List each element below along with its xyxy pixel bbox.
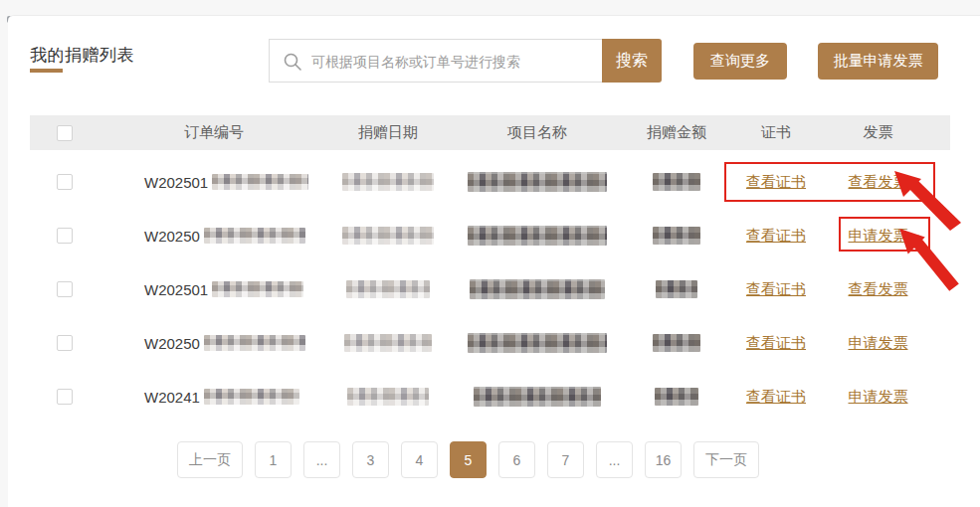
redacted-donation-date xyxy=(344,334,432,352)
query-more-button[interactable]: 查询更多 xyxy=(693,43,787,80)
redacted-project-name xyxy=(468,333,607,353)
select-all-checkbox[interactable] xyxy=(57,125,73,141)
page-button-3[interactable]: 3 xyxy=(352,441,389,478)
redacted-donation-date xyxy=(342,227,434,245)
prev-page-button[interactable]: 上一页 xyxy=(177,441,243,478)
order-number: W202501 xyxy=(144,174,208,191)
table-row: W20250 查看证书 申请发票 xyxy=(30,316,950,370)
column-header-certificate: 证书 xyxy=(746,123,806,142)
donation-list-card: 我的捐赠列表 搜索 查询更多 批量申请发票 订单编号 捐赠日期 项目名称 捐赠金… xyxy=(8,15,980,507)
row-checkbox[interactable] xyxy=(57,228,73,244)
apply-invoice-link[interactable]: 申请发票 xyxy=(849,334,908,353)
redacted-donation-amount xyxy=(656,280,697,298)
redacted-project-name xyxy=(468,226,607,246)
batch-apply-invoice-button[interactable]: 批量申请发票 xyxy=(818,43,938,80)
search-input-wrap xyxy=(269,39,602,83)
page-ellipsis-left[interactable]: ... xyxy=(303,441,340,478)
order-number: W202501 xyxy=(144,281,208,298)
pagination: 上一页 1 ... 3 4 5 6 7 ... 16 下一页 xyxy=(177,441,759,478)
page-button-6[interactable]: 6 xyxy=(498,441,535,478)
view-certificate-link[interactable]: 查看证书 xyxy=(746,227,806,246)
redacted-donation-amount xyxy=(653,227,700,245)
table-row: W202501 查看证书 查看发票 xyxy=(30,262,950,316)
page-button-1[interactable]: 1 xyxy=(255,441,292,478)
page-button-5-active[interactable]: 5 xyxy=(450,441,487,478)
annotation-arrow-1 xyxy=(891,170,965,232)
redacted-donation-amount xyxy=(653,334,700,352)
redacted-donation-amount xyxy=(653,173,700,191)
page-button-4[interactable]: 4 xyxy=(401,441,438,478)
search-bar: 搜索 xyxy=(269,39,662,83)
next-page-button[interactable]: 下一页 xyxy=(693,441,759,478)
view-certificate-link[interactable]: 查看证书 xyxy=(746,388,806,407)
redacted-order-suffix xyxy=(212,281,303,297)
title-underline xyxy=(30,69,63,73)
redacted-order-suffix xyxy=(212,174,308,190)
redacted-project-name xyxy=(470,279,605,299)
table-header: 订单编号 捐赠日期 项目名称 捐赠金额 证书 发票 xyxy=(30,115,950,150)
view-certificate-link[interactable]: 查看证书 xyxy=(746,280,806,299)
search-icon xyxy=(283,52,302,72)
column-header-invoice: 发票 xyxy=(806,123,950,142)
redacted-donation-date xyxy=(342,173,434,191)
view-certificate-link[interactable]: 查看证书 xyxy=(746,334,806,353)
redacted-order-suffix xyxy=(204,228,305,244)
search-input[interactable] xyxy=(309,40,600,84)
table-row: W20241 查看证书 申请发票 xyxy=(30,370,950,423)
row-checkbox[interactable] xyxy=(57,389,73,405)
page-button-7[interactable]: 7 xyxy=(547,441,584,478)
redacted-project-name xyxy=(474,387,601,407)
redacted-order-suffix xyxy=(204,389,299,405)
order-number: W20241 xyxy=(144,389,200,406)
page-ellipsis-right[interactable]: ... xyxy=(596,441,633,478)
column-header-amount: 捐赠金额 xyxy=(607,123,746,142)
redacted-order-suffix xyxy=(204,335,305,351)
redacted-donation-date xyxy=(346,280,430,298)
page-title: 我的捐赠列表 xyxy=(30,44,134,67)
order-number: W20250 xyxy=(144,335,200,352)
column-header-date: 捐赠日期 xyxy=(308,123,468,142)
column-header-order: 订单编号 xyxy=(99,123,308,142)
annotation-arrow-2 xyxy=(897,228,961,293)
order-number: W20250 xyxy=(144,228,200,245)
search-button[interactable]: 搜索 xyxy=(602,39,662,83)
row-checkbox[interactable] xyxy=(57,174,73,190)
redacted-donation-amount xyxy=(655,388,698,406)
column-header-project: 项目名称 xyxy=(468,123,607,142)
table-row: W20250 查看证书 申请发票 xyxy=(30,209,950,262)
page-button-16[interactable]: 16 xyxy=(645,441,682,478)
row-checkbox[interactable] xyxy=(57,335,73,351)
redacted-project-name xyxy=(468,172,607,192)
apply-invoice-link[interactable]: 申请发票 xyxy=(849,388,908,407)
row-checkbox[interactable] xyxy=(57,281,73,297)
redacted-donation-date xyxy=(347,388,429,406)
